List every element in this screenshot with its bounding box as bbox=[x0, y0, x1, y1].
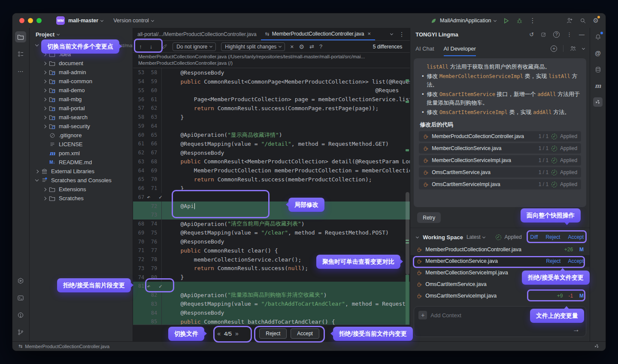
chat-file-card[interactable]: OmsCartItemServiceImpl.java1 / 1✓Applied bbox=[419, 179, 581, 190]
ws-accept-all-link[interactable]: Accept bbox=[568, 234, 584, 240]
more-actions-menu[interactable]: ⋮ bbox=[530, 17, 536, 24]
debug-button[interactable] bbox=[516, 18, 523, 24]
working-space-collapse-chevron[interactable] bbox=[416, 235, 419, 238]
maven-tool-icon[interactable]: m bbox=[593, 81, 603, 90]
fragment-undo-accept-icons[interactable]: ↶ ✓ bbox=[147, 194, 164, 200]
tree-item-external-libraries[interactable]: External Libraries bbox=[30, 167, 133, 176]
project-tool-button[interactable] bbox=[15, 31, 26, 42]
previous-change-button[interactable]: ↑ bbox=[139, 43, 142, 50]
diff-settings-gear-icon[interactable]: ⚙ bbox=[299, 43, 305, 50]
tree-item-mall-common[interactable]: mall-common bbox=[30, 77, 133, 86]
maximize-window-button[interactable] bbox=[36, 18, 42, 23]
agents-chevron[interactable] bbox=[582, 46, 585, 49]
tab-ai-chat[interactable]: AI Chat bbox=[415, 41, 434, 56]
project-name-menu[interactable]: mall-master bbox=[68, 18, 98, 24]
version-control-menu[interactable]: Version control bbox=[113, 18, 149, 24]
tab-file-path[interactable]: all-portal/.../MemberProductCollectionCo… bbox=[133, 28, 261, 40]
chat-file-card[interactable]: MemberCollectionService.java1 / 1✓Applie… bbox=[419, 143, 581, 153]
accept-file-link[interactable]: Accept bbox=[568, 258, 584, 264]
tree-chevron-icon bbox=[43, 106, 46, 110]
code-chunk-actions-row[interactable]: 67↶ ✓ bbox=[133, 193, 410, 202]
close-tab-icon[interactable]: × bbox=[368, 30, 371, 37]
edit-source-icon[interactable] bbox=[162, 44, 167, 49]
tree-item-extensions[interactable]: Extensions bbox=[30, 185, 133, 194]
history-icon[interactable]: ↺ bbox=[529, 31, 534, 38]
tree-item-mall-mbg[interactable]: mall-mbg bbox=[30, 95, 133, 104]
help-icon[interactable]: ? bbox=[553, 31, 560, 38]
reject-file-link[interactable]: Reject bbox=[546, 258, 560, 264]
differences-count: 5 differences bbox=[373, 44, 406, 50]
close-window-button[interactable] bbox=[19, 18, 24, 23]
help-icon[interactable]: ? bbox=[319, 43, 322, 50]
tab-ai-developer[interactable]: AI Developer bbox=[444, 41, 476, 56]
ws-reject-all-link[interactable]: Reject bbox=[545, 234, 560, 240]
tree-item-scratches-and-consoles[interactable]: Scratches and Consoles bbox=[30, 176, 133, 185]
snapshot-version-select[interactable]: Latest bbox=[467, 234, 485, 240]
tree-item-mall-demo[interactable]: mall-demo bbox=[30, 86, 133, 95]
applied-label: Applied bbox=[505, 234, 522, 240]
more-tools-button[interactable]: ⋯ bbox=[15, 66, 26, 77]
code-chunk-actions-row[interactable]: 81↶ ✓ bbox=[133, 282, 410, 291]
tree-item-mall-search[interactable]: mall-search bbox=[30, 113, 133, 122]
tab-options-menu[interactable]: ⋮ bbox=[399, 31, 405, 38]
callout-fragment-actions: 拒绝/接受当前片段变更 bbox=[57, 278, 131, 292]
retry-button[interactable]: Retry bbox=[417, 212, 441, 223]
tree-item-mall-portal[interactable]: mall-portal bbox=[30, 104, 133, 113]
tree-item--gitignore[interactable]: .gitignore bbox=[30, 131, 133, 140]
problems-tool-button[interactable] bbox=[15, 310, 26, 321]
tab-list-chevron[interactable] bbox=[390, 32, 393, 35]
file-pager[interactable]: « 4/5 » bbox=[217, 328, 239, 339]
tree-item-readme-md[interactable]: M↓README.md bbox=[30, 158, 133, 167]
collapse-icon[interactable]: × bbox=[290, 43, 294, 50]
tree-item-mall-admin[interactable]: mall-admin bbox=[30, 68, 133, 77]
highlight-mode-dropdown[interactable]: Highlight split changes bbox=[221, 42, 285, 51]
ws-diff-link[interactable]: Diff bbox=[530, 234, 538, 240]
send-message-icon[interactable]: → bbox=[573, 325, 580, 334]
ai-assistant-icon[interactable]: @ bbox=[593, 48, 603, 58]
pager-next-icon[interactable]: » bbox=[235, 330, 239, 337]
ws-file-row[interactable]: MemberProductCollectionController.java+2… bbox=[410, 244, 590, 255]
agents-icon[interactable] bbox=[570, 45, 576, 51]
run-button[interactable] bbox=[503, 18, 509, 24]
notifications-bell-icon[interactable] bbox=[593, 32, 603, 42]
run-configuration-select[interactable]: MallAdminApplication bbox=[440, 18, 491, 24]
tree-item-license[interactable]: LICENSE bbox=[30, 140, 133, 149]
editor-scrollbar[interactable] bbox=[405, 68, 410, 325]
database-tool-icon[interactable] bbox=[593, 65, 603, 74]
tab-active-file[interactable]: ⇆ MemberProductCollectionController.java… bbox=[261, 28, 375, 40]
add-context-plus-icon[interactable]: + bbox=[418, 311, 427, 319]
tree-item-scratches[interactable]: Scratches bbox=[30, 194, 133, 203]
tree-item-mall-security[interactable]: mall-security bbox=[30, 122, 133, 131]
tongyi-status-icon[interactable] bbox=[594, 343, 600, 349]
search-icon[interactable] bbox=[580, 18, 586, 24]
tree-item-pom-xml[interactable]: mpom.xml bbox=[30, 149, 133, 158]
fragment-undo-accept-icons[interactable]: ↶ ✓ bbox=[147, 283, 164, 289]
code-line: 5661 Page<MemberProductCollection> page … bbox=[133, 95, 410, 104]
hide-panel-icon[interactable]: — bbox=[579, 31, 585, 38]
swap-sides-icon[interactable]: ⇄ bbox=[309, 43, 314, 50]
pager-prev-icon[interactable]: « bbox=[217, 330, 221, 337]
next-change-button[interactable]: ↓ bbox=[150, 43, 153, 50]
reject-file-button[interactable]: Reject bbox=[259, 328, 287, 339]
services-tool-button[interactable] bbox=[15, 275, 26, 286]
ignore-policy-dropdown[interactable]: Do not ignore bbox=[173, 42, 216, 51]
tree-item-document[interactable]: document bbox=[30, 59, 133, 68]
settings-gear-icon[interactable]: ⚙ bbox=[593, 17, 599, 24]
add-context-label[interactable]: Add Context bbox=[430, 312, 461, 319]
chat-file-card[interactable]: OmsCartItemService.java1 / 1✓Applied bbox=[419, 167, 581, 177]
ws-file-row[interactable]: OmsCartItemServiceImpl.java+9-1M bbox=[410, 290, 590, 301]
new-chat-icon[interactable] bbox=[541, 32, 546, 37]
chat-file-card[interactable]: MemberCollectionServiceImpl.java1 / 1✓Ap… bbox=[419, 155, 581, 165]
chat-file-card[interactable]: MemberProductCollectionController.java1 … bbox=[419, 131, 581, 141]
callout-single-file-actions: 拒绝/接受单文件变更 bbox=[522, 271, 590, 285]
commit-tool-button[interactable] bbox=[15, 48, 26, 60]
code-area[interactable]: 5358 @ResponseBody5459 public CommonResu… bbox=[133, 68, 410, 325]
panel-options-menu[interactable]: ⋮ bbox=[566, 31, 572, 38]
accept-file-button[interactable]: Accept bbox=[291, 328, 319, 339]
tongyi-lingma-tool-icon[interactable] bbox=[593, 97, 603, 107]
terminal-tool-button[interactable] bbox=[15, 292, 26, 304]
new-session-icon[interactable]: + bbox=[551, 45, 557, 52]
minimize-window-button[interactable] bbox=[28, 18, 33, 23]
add-user-button[interactable] bbox=[566, 17, 573, 24]
git-branch-icon[interactable] bbox=[15, 327, 26, 338]
